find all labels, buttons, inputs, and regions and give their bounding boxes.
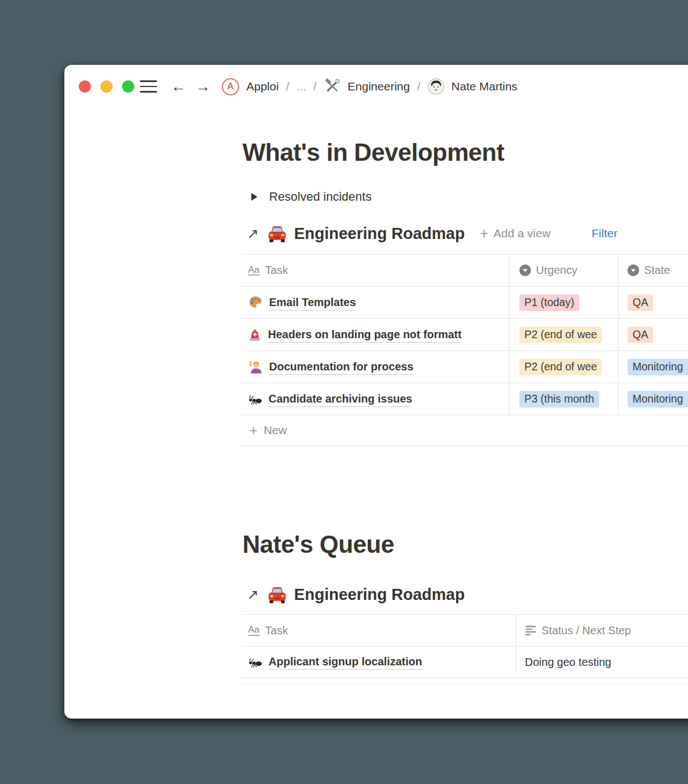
breadcrumb-separator: / bbox=[417, 80, 421, 93]
state-tag: Monitoring bbox=[628, 359, 688, 375]
palette-icon bbox=[248, 295, 263, 310]
car-icon bbox=[267, 586, 287, 604]
open-link-arrow-icon: ↗ bbox=[247, 588, 259, 602]
task-cell[interactable]: Candidate archiving issues bbox=[241, 383, 509, 415]
state-tag: QA bbox=[628, 294, 653, 311]
forward-icon[interactable]: → bbox=[195, 79, 210, 94]
task-cell[interactable]: Documentation for process bbox=[241, 351, 509, 383]
task-page-link[interactable]: Candidate archiving issues bbox=[269, 391, 412, 407]
task-cell[interactable]: Email Templates bbox=[241, 287, 509, 318]
traffic-light-minimize[interactable] bbox=[100, 80, 113, 93]
queue-table: Aa Task Status / Next Step Applicant sig… bbox=[241, 614, 688, 678]
plus-icon: + bbox=[480, 226, 489, 241]
status-value: Doing geo testing bbox=[525, 656, 611, 669]
table-row: Candidate archiving issues P3 (this mont… bbox=[241, 383, 688, 415]
window-titlebar: ← → A Apploi / ... / Engineering / Nate … bbox=[64, 65, 688, 108]
task-page-link[interactable]: Documentation for process bbox=[269, 359, 413, 375]
status-cell[interactable]: Doing geo testing bbox=[516, 646, 688, 678]
state-tag: Monitoring bbox=[628, 391, 688, 408]
new-row-button[interactable]: + New bbox=[241, 415, 688, 446]
task-page-link[interactable]: Email Templates bbox=[269, 295, 356, 310]
column-header-task[interactable]: Aa Task bbox=[241, 615, 516, 646]
task-page-link[interactable]: Headers on landing page not formatt bbox=[268, 327, 462, 343]
hammer-wrench-icon bbox=[324, 78, 341, 95]
column-header-status[interactable]: Status / Next Step bbox=[516, 615, 688, 646]
text-property-icon bbox=[525, 625, 537, 637]
resolved-incidents-toggle[interactable]: Resolved incidents bbox=[242, 188, 372, 206]
siren-icon bbox=[248, 328, 262, 342]
select-property-icon bbox=[519, 264, 531, 276]
urgency-tag: P2 (end of wee bbox=[519, 327, 602, 343]
roadmap-title-link[interactable]: Engineering Roadmap bbox=[294, 586, 465, 604]
urgency-cell[interactable]: P3 (this month bbox=[509, 383, 618, 415]
title-property-icon: Aa bbox=[248, 265, 260, 276]
person-raising-hand-icon bbox=[248, 359, 263, 374]
apploi-logo-icon: A bbox=[222, 78, 239, 95]
column-header-state[interactable]: State bbox=[618, 254, 688, 286]
filter-button[interactable]: Filter bbox=[591, 227, 618, 240]
table-header-row: Aa Task Urgency State bbox=[241, 254, 688, 287]
table-row: Documentation for process P2 (end of wee… bbox=[241, 351, 688, 383]
urgency-tag: P3 (this month bbox=[519, 391, 599, 408]
breadcrumb-ellipsis[interactable]: ... bbox=[296, 80, 306, 93]
column-header-urgency[interactable]: Urgency bbox=[509, 254, 618, 286]
dev-table: Aa Task Urgency State Email Templates P1… bbox=[241, 254, 688, 446]
column-header-task[interactable]: Aa Task bbox=[241, 254, 509, 286]
open-link-arrow-icon: ↗ bbox=[247, 227, 259, 241]
breadcrumb-user[interactable]: Nate Martins bbox=[452, 80, 518, 93]
select-property-icon bbox=[628, 264, 639, 276]
traffic-light-zoom[interactable] bbox=[122, 80, 134, 93]
table-row: Applicant signup localization Doing geo … bbox=[241, 646, 688, 678]
user-avatar-icon bbox=[428, 78, 444, 95]
state-cell[interactable]: QA bbox=[618, 319, 688, 350]
traffic-light-close[interactable] bbox=[79, 80, 91, 93]
state-cell[interactable]: Monitoring bbox=[618, 351, 688, 383]
partial-row-divider bbox=[241, 683, 688, 684]
page-title: What's in Development bbox=[242, 139, 504, 166]
task-cell[interactable]: Headers on landing page not formatt bbox=[241, 319, 509, 350]
state-cell[interactable]: Monitoring bbox=[618, 383, 688, 415]
toggle-label: Resolved incidents bbox=[269, 190, 372, 204]
state-tag: QA bbox=[628, 327, 653, 343]
roadmap-title-link[interactable]: Engineering Roadmap bbox=[294, 225, 465, 243]
state-cell[interactable]: QA bbox=[618, 287, 688, 318]
table-row: Headers on landing page not formatt P2 (… bbox=[241, 319, 688, 351]
urgency-cell[interactable]: P1 (today) bbox=[509, 287, 618, 318]
breadcrumb-separator: / bbox=[286, 80, 289, 93]
add-view-button[interactable]: + Add a view bbox=[480, 226, 551, 241]
back-icon[interactable]: ← bbox=[171, 79, 186, 94]
queue-title: Nate's Queue bbox=[242, 531, 394, 558]
task-page-link[interactable]: Applicant signup localization bbox=[269, 654, 422, 670]
car-icon bbox=[267, 225, 287, 243]
table-header-row: Aa Task Status / Next Step bbox=[241, 615, 688, 646]
notion-window: ← → A Apploi / ... / Engineering / Nate … bbox=[64, 65, 688, 719]
linked-database-header: ↗ Engineering Roadmap + Add a view Filte… bbox=[242, 221, 618, 246]
task-cell[interactable]: Applicant signup localization bbox=[241, 646, 516, 678]
plus-icon: + bbox=[249, 423, 257, 437]
breadcrumb-engineering[interactable]: Engineering bbox=[348, 80, 410, 93]
breadcrumb-separator: / bbox=[313, 80, 317, 93]
urgency-cell[interactable]: P2 (end of wee bbox=[509, 319, 618, 350]
urgency-cell[interactable]: P2 (end of wee bbox=[509, 351, 618, 383]
urgency-tag: P1 (today) bbox=[519, 294, 579, 311]
table-row: Email Templates P1 (today) QA bbox=[241, 287, 688, 319]
ant-icon bbox=[248, 393, 262, 405]
linked-database-header: ↗ Engineering Roadmap bbox=[242, 582, 465, 607]
title-property-icon: Aa bbox=[248, 625, 260, 636]
toggle-triangle-icon[interactable] bbox=[251, 193, 257, 201]
breadcrumb-workspace[interactable]: Apploi bbox=[246, 80, 279, 93]
urgency-tag: P2 (end of wee bbox=[519, 359, 602, 375]
sidebar-menu-icon[interactable] bbox=[140, 80, 157, 93]
ant-icon bbox=[248, 656, 262, 668]
